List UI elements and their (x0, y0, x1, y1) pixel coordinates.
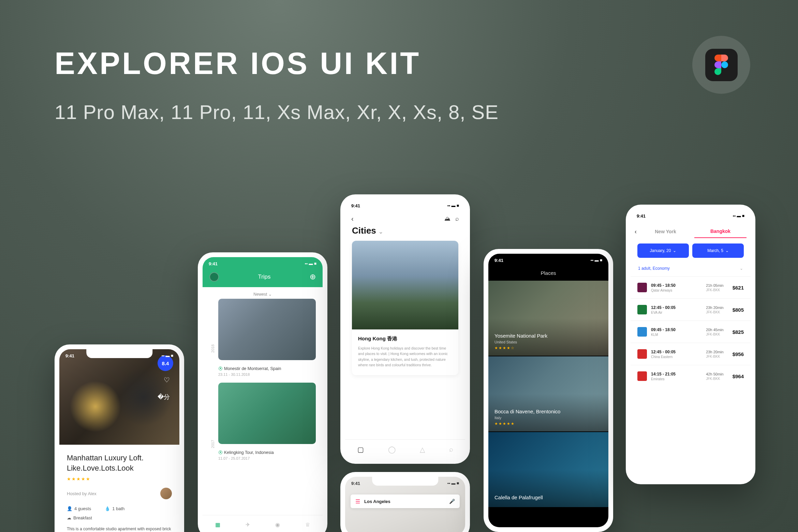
status-time: 9:41 (494, 258, 503, 263)
status-icons: ▪▪ ▬ ■ (591, 258, 602, 263)
year-label: 2017 (211, 440, 215, 448)
status-icons: ▪▪ ▬ ■ (305, 261, 316, 266)
mic-icon[interactable]: 🎤 (449, 499, 455, 504)
flight-price: $964 (733, 373, 744, 379)
bath-icon: 💧 (105, 506, 110, 511)
airline-logo (637, 327, 647, 337)
figma-badge (692, 36, 750, 94)
nav-trophy-icon[interactable]: ♕ (305, 521, 310, 528)
status-time: 9:41 (351, 203, 360, 208)
flight-row[interactable]: 09:45 - 18:50Qatar Airways21h 05minJFK-B… (631, 276, 751, 298)
flight-route: JFK-BKK (706, 288, 723, 292)
back-icon[interactable]: ‹ (635, 228, 637, 235)
city-image (352, 241, 458, 329)
return-date[interactable]: March, 5 ⌄ (692, 243, 744, 258)
phone-trips: 9:41 ▪▪ ▬ ■ Trips ⊕ Newest ⌄ 2018 2017 ⦿… (198, 252, 327, 532)
rating-stars: ★★★★★ (67, 476, 172, 482)
screen-title: Trips (258, 274, 270, 280)
map-icon[interactable]: ⛰ (444, 215, 450, 222)
search-bar[interactable]: ☰ Los Angeles 🎤 (351, 494, 460, 508)
rating-stars: ★★★★★ (494, 422, 602, 426)
tab-search-icon[interactable]: ⌕ (449, 445, 453, 453)
flight-duration: 42h 50min (706, 372, 723, 376)
notch (86, 349, 152, 358)
status-time: 9:41 (637, 213, 646, 219)
notch (372, 477, 438, 486)
chevron-down-icon: ⌄ (740, 266, 743, 271)
flight-times: 09:45 - 18:50 (651, 327, 676, 332)
search-icon[interactable]: ⌕ (455, 215, 459, 222)
status-time: 9:41 (209, 261, 218, 266)
flight-price: $956 (733, 351, 744, 357)
tab-from[interactable]: New York (639, 225, 692, 238)
back-icon[interactable]: ‹ (351, 215, 354, 223)
airline-name: Qatar Airways (651, 289, 676, 292)
city-name: Hong Kong 香港 (358, 336, 452, 342)
depart-date[interactable]: January, 20 ⌄ (637, 243, 689, 258)
passenger-select[interactable]: 1 adult, Economy ⌄ (631, 261, 751, 276)
flight-duration: 20h 45min (706, 328, 723, 332)
listing-title: Manhattan Luxury Loft. Like.Love.Lots.Lo… (67, 453, 172, 473)
meta-breakfast: ☁Breakfast (67, 515, 92, 520)
city-card[interactable]: Hong Kong 香港 Explore Hong Kong holidays … (352, 241, 458, 375)
host-avatar[interactable] (160, 488, 172, 499)
city-description: Explore Hong Kong holidays and discover … (358, 345, 452, 368)
flight-duration: 23h 20min (706, 350, 723, 354)
flight-duration: 23h 20min (706, 306, 723, 310)
add-icon[interactable]: ⊕ (310, 272, 316, 281)
rating-stars: ★★★★☆ (494, 346, 602, 350)
search-text: Los Angeles (364, 499, 445, 504)
trip-card[interactable] (218, 383, 316, 444)
sort-dropdown[interactable]: Newest ⌄ (203, 287, 323, 299)
tab-bell-icon[interactable]: △ (420, 445, 425, 454)
flight-times: 09:45 - 18:50 (651, 283, 676, 288)
tab-to[interactable]: Bangkok (694, 225, 747, 238)
place-card[interactable]: Yosemite National Park United States ★★★… (488, 281, 608, 356)
pin-icon: ⦿ (218, 366, 223, 371)
notch (230, 257, 296, 266)
flight-route: JFK-BKK (706, 310, 723, 314)
svg-point-0 (721, 61, 728, 68)
favorite-icon[interactable]: ♡ (164, 376, 170, 384)
breakfast-icon: ☁ (67, 515, 71, 520)
airline-logo (637, 283, 647, 292)
profile-avatar[interactable] (209, 272, 219, 282)
airline-name: Emirates (651, 377, 676, 381)
year-label: 2018 (211, 344, 215, 353)
notch (657, 209, 724, 218)
phone-listing: 9:41 ▪▪ ▬ ■ 8.4 ♡ �分 Manhattan Luxury Lo… (55, 344, 184, 532)
flight-row[interactable]: 09:45 - 18:50KLM20h 45minJFK-BKK$825 (631, 321, 751, 343)
status-icons: ▪▪ ▬ ■ (162, 353, 173, 358)
nav-plane-icon[interactable]: ✈ (246, 521, 250, 528)
flight-price: $621 (733, 285, 744, 291)
page-heading[interactable]: Cities ⌄ (345, 225, 465, 241)
nav-map-icon[interactable]: ▦ (215, 521, 220, 528)
flight-row[interactable]: 12:45 - 00:05EVA Air23h 20minJFK-BKK$805 (631, 298, 751, 321)
airline-logo (637, 371, 647, 381)
place-card[interactable]: Bocca di Navene, Brentonico Italy ★★★★★ (488, 356, 608, 431)
trip-card[interactable] (218, 299, 316, 360)
hero-title: EXPLORER IOS UI KIT (55, 46, 421, 81)
flight-price: $825 (733, 329, 744, 335)
notch (372, 199, 438, 208)
flight-row[interactable]: 14:15 - 21:05Emirates42h 50minJFK-BKK$96… (631, 365, 751, 387)
flight-row[interactable]: 12:45 - 00:05China Eastern23h 20minJFK-B… (631, 343, 751, 365)
tab-home-icon[interactable]: ▢ (357, 445, 364, 454)
menu-icon[interactable]: ☰ (355, 498, 360, 505)
flight-duration: 21h 05min (706, 283, 723, 287)
trip-meta: ⦿Monestir de Montserrat, Spain 23.11 - 3… (218, 364, 316, 383)
person-icon: 👤 (67, 506, 72, 511)
chevron-down-icon: ⌄ (379, 229, 383, 235)
airline-name: KLM (651, 333, 676, 337)
status-time: 9:41 (65, 353, 74, 358)
share-icon[interactable]: �分 (158, 393, 170, 401)
meta-bath: 💧1 bath (105, 506, 124, 511)
status-time: 9:41 (351, 481, 360, 486)
tab-chat-icon[interactable]: ◯ (388, 445, 396, 454)
nav-pin-icon[interactable]: ◉ (275, 521, 280, 528)
airline-name: EVA Air (651, 311, 676, 314)
airline-logo (637, 349, 647, 359)
notch (515, 254, 581, 263)
meta-guests: 👤4 guests (67, 506, 91, 511)
place-card[interactable]: Calella de Palafrugell (488, 432, 608, 507)
